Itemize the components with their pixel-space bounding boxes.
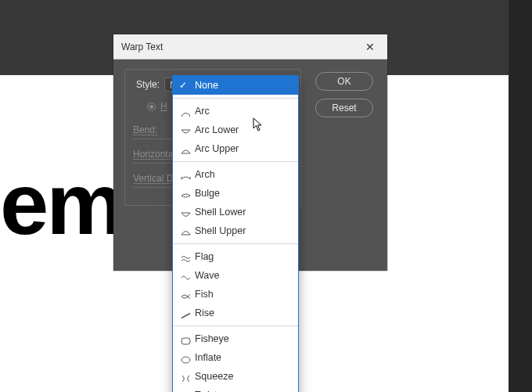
style-option-label: Squeeze — [195, 369, 233, 383]
style-option-label: Arc — [195, 104, 210, 118]
ok-button[interactable]: OK — [315, 72, 373, 91]
style-option-label: Arc Upper — [195, 142, 239, 156]
close-icon[interactable]: ✕ — [361, 38, 379, 56]
inflate-icon — [181, 354, 191, 361]
orientation-horizontal-label: H — [160, 101, 167, 112]
shelllower-icon — [181, 208, 191, 216]
style-option-label: Shell Lower — [195, 205, 246, 219]
style-option-twist[interactable]: Twist — [173, 386, 298, 392]
style-option-label: Rise — [195, 306, 214, 320]
style-option-label: Twist — [195, 388, 217, 392]
wave-icon — [181, 272, 191, 279]
app-frame: em ipsum Warp Text ✕ Style: None H Bend:… — [0, 0, 532, 392]
style-label: Style: — [133, 79, 160, 90]
dropdown-separator — [173, 243, 298, 244]
dialog-side-buttons: OK Reset — [315, 72, 373, 117]
style-option-arc-lower[interactable]: Arc Lower — [173, 120, 298, 139]
style-option-inflate[interactable]: Inflate — [173, 348, 298, 367]
style-option-label: Flag — [195, 250, 214, 264]
flag-icon — [181, 253, 191, 261]
style-option-label: Shell Upper — [195, 224, 246, 238]
style-option-shell-lower[interactable]: Shell Lower — [173, 203, 298, 221]
style-option-arc[interactable]: Arc — [173, 102, 298, 120]
style-option-label: Fish — [195, 287, 214, 301]
style-option-flag[interactable]: Flag — [173, 247, 298, 266]
style-option-rise[interactable]: Rise — [173, 304, 298, 322]
dialog-titlebar[interactable]: Warp Text ✕ — [113, 34, 387, 59]
dialog-title: Warp Text — [121, 41, 163, 52]
style-option-label: Fisheye — [195, 332, 229, 346]
style-option-label: Wave — [195, 268, 220, 282]
shellupper-icon — [181, 227, 191, 235]
svg-rect-0 — [182, 338, 190, 344]
style-dropdown-list[interactable]: NoneArcArc LowerArc UpperArchBulgeShell … — [172, 75, 299, 392]
style-option-label: Bulge — [195, 186, 220, 200]
style-option-label: None — [195, 78, 218, 92]
bulge-icon — [181, 189, 191, 197]
arclower-icon — [181, 126, 191, 134]
arch-icon — [181, 171, 191, 178]
orientation-horizontal-radio[interactable] — [147, 102, 156, 111]
style-option-label: Arc Lower — [195, 123, 239, 137]
style-option-label: Inflate — [195, 351, 221, 365]
svg-point-1 — [182, 357, 190, 363]
fish-icon — [181, 290, 191, 298]
rise-icon — [181, 309, 191, 317]
arcupper-icon — [181, 145, 191, 153]
style-option-wave[interactable]: Wave — [173, 266, 298, 285]
squeeze-icon — [181, 372, 191, 380]
style-option-squeeze[interactable]: Squeeze — [173, 367, 298, 386]
style-option-shell-upper[interactable]: Shell Upper — [173, 221, 298, 240]
fisheye-icon — [181, 335, 191, 343]
style-option-arch[interactable]: Arch — [173, 165, 298, 184]
dropdown-separator — [173, 98, 298, 99]
app-chrome-right — [509, 0, 532, 392]
style-option-label: Arch — [195, 167, 215, 182]
style-option-none[interactable]: None — [173, 76, 298, 95]
style-option-arc-upper[interactable]: Arc Upper — [173, 139, 298, 158]
dropdown-separator — [173, 325, 298, 326]
dropdown-separator — [173, 161, 298, 162]
arc-icon — [181, 107, 191, 115]
style-option-fish[interactable]: Fish — [173, 285, 298, 304]
reset-button[interactable]: Reset — [315, 99, 373, 117]
style-option-bulge[interactable]: Bulge — [173, 184, 298, 203]
style-option-fisheye[interactable]: Fisheye — [173, 329, 298, 348]
